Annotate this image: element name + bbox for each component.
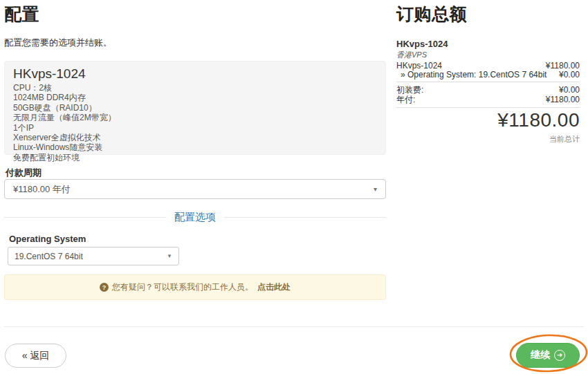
back-button[interactable]: « 返回 xyxy=(5,344,66,368)
product-spec: Linux-Windows随意安装 xyxy=(13,142,377,152)
product-spec: 1个IP xyxy=(13,123,377,133)
line-item-amount: ¥0.00 xyxy=(559,71,580,80)
billing-cycle-select[interactable]: ¥1180.00 年付 ▾ xyxy=(4,179,386,199)
product-spec: 1024MB DDR4内存 xyxy=(13,93,377,102)
configure-options-divider: 配置选项 xyxy=(4,209,386,225)
continue-button-label: 继续 xyxy=(531,349,550,362)
summary-product-name: HKvps-1024 xyxy=(396,39,448,49)
os-select-value: 19.CentOS 7 64bit xyxy=(15,252,167,261)
help-notice: ? 您有疑问？可以联系我们的工作人员。 点击此处 xyxy=(4,274,386,300)
summary-fee-row: 初装费: ¥0.00 xyxy=(396,86,580,95)
arrow-circle-right-icon: ➜ xyxy=(554,350,565,361)
summary-fee-row: 年付: ¥1180.00 xyxy=(396,95,580,104)
summary-product-group: 香港VPS xyxy=(396,50,427,60)
page-subtitle: 配置您需要的选项并结账。 xyxy=(4,37,112,49)
order-summary-title: 订购总额 xyxy=(396,3,467,26)
summary-divider xyxy=(396,82,580,82)
product-spec: Xenserver全虚拟化技术 xyxy=(13,133,377,142)
billing-cycle-value: ¥1180.00 年付 xyxy=(13,183,374,196)
config-column: 配置 配置您需要的选项并结账。 HKvps-1024 CPU：2核 1024MB… xyxy=(4,0,386,374)
os-select[interactable]: 19.CentOS 7 64bit ▼ xyxy=(8,247,179,265)
summary-divider xyxy=(396,107,580,108)
product-summary-box: HKvps-1024 CPU：2核 1024MB DDR4内存 50GB硬盘（R… xyxy=(4,61,386,155)
continue-button[interactable]: 继续 ➜ xyxy=(516,343,580,368)
fee-amount: ¥0.00 xyxy=(559,86,580,95)
configure-options-link[interactable]: 配置选项 xyxy=(166,211,224,224)
help-notice-link[interactable]: 点击此处 xyxy=(257,281,291,293)
divider-line xyxy=(224,217,386,218)
product-spec: CPU：2核 xyxy=(13,83,377,93)
product-name: HKvps-1024 xyxy=(13,66,377,82)
page-title: 配置 xyxy=(4,3,39,26)
order-summary-column: 订购总额 HKvps-1024 香港VPS HKvps-1024 ¥1180.0… xyxy=(396,0,580,374)
chevron-down-icon: ▾ xyxy=(374,185,377,193)
billing-cycle-label: 付款周期 xyxy=(6,167,42,179)
product-spec: 无限月流量（峰值2M带宽） xyxy=(13,113,377,122)
divider-line xyxy=(4,217,166,218)
question-circle-icon: ? xyxy=(100,283,109,292)
footer-divider xyxy=(4,326,584,327)
product-spec: 免费配置初始环境 xyxy=(13,153,377,162)
line-item-label: » Operating System: 19.CentOS 7 64bit xyxy=(396,71,546,80)
summary-line-item: » Operating System: 19.CentOS 7 64bit ¥0… xyxy=(396,71,580,80)
help-notice-text: 您有疑问？可以联系我们的工作人员。 xyxy=(112,281,253,293)
order-total-caption: 当前总计 xyxy=(396,134,580,144)
product-spec: 50GB硬盘（RAID10） xyxy=(13,103,377,113)
order-config-page: 配置 配置您需要的选项并结账。 HKvps-1024 CPU：2核 1024MB… xyxy=(0,0,588,374)
select-caret-icon: ▼ xyxy=(167,253,172,259)
os-label: Operating System xyxy=(9,234,86,244)
fee-label: 年付: xyxy=(396,95,415,104)
order-total-amount: ¥1180.00 xyxy=(396,109,580,131)
fee-amount: ¥1180.00 xyxy=(546,95,580,104)
fee-label: 初装费: xyxy=(396,86,423,95)
